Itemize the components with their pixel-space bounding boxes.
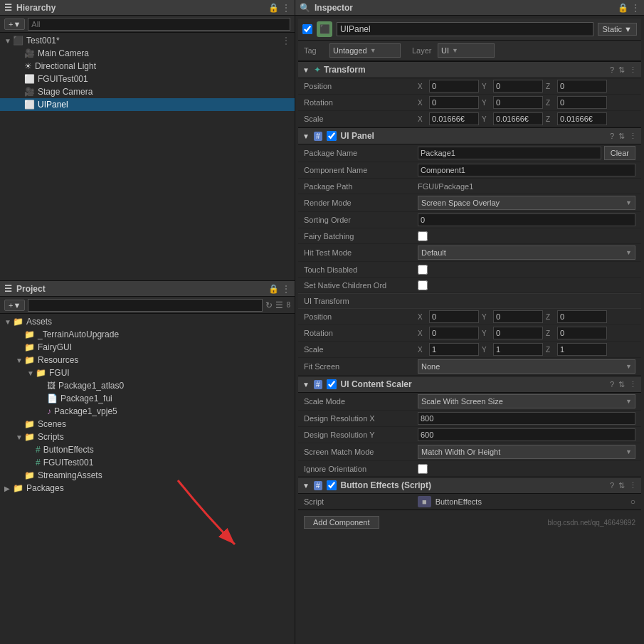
project-item-terrain[interactable]: 📁 _TerrainAutoUpgrade: [0, 328, 295, 341]
menu-icon[interactable]: ⋮: [629, 65, 637, 75]
touch-disabled-checkbox[interactable]: [418, 265, 428, 275]
sorting-order-input[interactable]: [418, 213, 635, 226]
component-name-input[interactable]: [418, 164, 635, 176]
menu-icon[interactable]: ⋮: [629, 380, 637, 389]
hierarchy-item-uipanel[interactable]: ⬜ UIPanel: [0, 98, 295, 111]
project-search-input[interactable]: [28, 299, 263, 312]
folder-icon: 📁: [36, 368, 46, 378]
scale-mode-row: Scale Mode Scale With Screen Size ▼: [298, 393, 641, 411]
z-label: Z: [546, 313, 554, 321]
ui-scale-y[interactable]: [493, 343, 543, 356]
design-res-x-input[interactable]: [418, 412, 635, 425]
hit-test-dropdown[interactable]: Default ▼: [418, 246, 635, 260]
menu-icon[interactable]: ⋮: [629, 481, 637, 490]
ui-scale-z[interactable]: [557, 343, 607, 356]
ui-position-x[interactable]: [429, 310, 479, 323]
project-item-resources[interactable]: ▼ 📁 Resources: [0, 354, 295, 366]
fit-screen-dropdown[interactable]: None ▼: [418, 359, 635, 374]
hierarchy-item-fguitest001[interactable]: ⬜ FGUITest001: [0, 73, 295, 85]
button-effects-section-header[interactable]: ▼ # Button Effects (Script) ? ⇅ ⋮: [298, 477, 641, 494]
dots-icon[interactable]: ⋮: [282, 36, 290, 46]
rotation-y-input[interactable]: [493, 96, 543, 109]
project-item-scenes[interactable]: 📁 Scenes: [0, 418, 295, 431]
filter-icon[interactable]: ☰: [275, 300, 283, 310]
dots-icon[interactable]: ⋮: [282, 3, 290, 13]
object-active-checkbox[interactable]: [302, 24, 312, 34]
circle-icon[interactable]: ○: [630, 497, 635, 507]
menu-icon[interactable]: ⋮: [629, 132, 637, 141]
project-item-scripts[interactable]: ▼ 📁 Scripts: [0, 431, 295, 443]
clear-button[interactable]: Clear: [604, 146, 635, 160]
ui-rotation-x[interactable]: [429, 327, 479, 339]
ui-rotation-y[interactable]: [493, 327, 543, 339]
static-button[interactable]: Static ▼: [598, 23, 637, 36]
content-scaler-section-header[interactable]: ▼ # UI Content Scaler ? ⇅ ⋮: [298, 376, 641, 393]
add-component-button[interactable]: Add Component: [304, 516, 379, 529]
project-item-fgui[interactable]: ▼ 📁 FGUI: [0, 366, 295, 379]
dots-icon[interactable]: ⋮: [282, 284, 290, 294]
lock-icon[interactable]: 🔒: [268, 284, 279, 294]
dots-icon[interactable]: ⋮: [631, 3, 640, 13]
transform-section-header[interactable]: ▼ ✦ Transform ? ⇅ ⋮: [298, 61, 641, 78]
project-item-fguitest-script[interactable]: # FGUITest001: [0, 456, 295, 469]
screen-match-dropdown[interactable]: Match Width Or Height ▼: [418, 445, 635, 459]
package-name-input[interactable]: [418, 147, 601, 159]
ui-rotation-z[interactable]: [557, 327, 607, 339]
hierarchy-item-directional-light[interactable]: ☀ Directional Light: [0, 60, 295, 73]
project-item-streaming[interactable]: 📁 StreamingAssets: [0, 469, 295, 482]
scale-mode-dropdown[interactable]: Scale With Screen Size ▼: [418, 394, 635, 408]
lock-icon[interactable]: 🔒: [268, 3, 279, 13]
help-icon[interactable]: ?: [610, 380, 614, 389]
tag-dropdown[interactable]: Untagged ▼: [329, 43, 401, 58]
project-item-atlas[interactable]: 🖼 Package1_atlas0: [0, 379, 295, 392]
ui-transform-subsection[interactable]: UI Transform: [298, 293, 641, 309]
position-x-input[interactable]: [429, 80, 479, 93]
layer-dropdown[interactable]: UI ▼: [438, 43, 495, 58]
project-item-assets[interactable]: ▼ 📁 Assets: [0, 315, 295, 328]
ui-position-z[interactable]: [557, 310, 607, 323]
scale-z-input[interactable]: [557, 112, 607, 125]
scale-x-input[interactable]: [429, 112, 479, 125]
scale-y-input[interactable]: [493, 112, 543, 125]
ui-scale-row: Scale X Y Z: [298, 342, 641, 358]
object-name-input[interactable]: [337, 22, 593, 36]
help-icon[interactable]: ?: [610, 481, 614, 490]
project-item-vpje5[interactable]: ♪ Package1_vpje5: [0, 405, 295, 418]
ui-scale-x[interactable]: [429, 343, 479, 356]
rotation-x-input[interactable]: [429, 96, 479, 109]
adjust-icon[interactable]: ⇅: [618, 132, 625, 141]
project-add-button[interactable]: +▼: [4, 300, 25, 311]
project-item-buttoneffects[interactable]: # ButtonEffects: [0, 443, 295, 456]
set-native-checkbox[interactable]: [418, 280, 428, 290]
adjust-icon[interactable]: ⇅: [618, 481, 625, 490]
lock-icon[interactable]: 🔒: [618, 3, 628, 13]
project-item-fairygui[interactable]: 📁 FairyGUI: [0, 341, 295, 354]
ignore-orient-checkbox[interactable]: [418, 464, 428, 474]
render-mode-dropdown[interactable]: Screen Space Overlay ▼: [418, 196, 635, 210]
position-y-input[interactable]: [493, 80, 543, 93]
project-header: ☰ Project 🔒 ⋮: [0, 281, 295, 297]
adjust-icon[interactable]: ⇅: [618, 65, 625, 75]
fairy-batching-checkbox[interactable]: [418, 231, 428, 241]
help-icon[interactable]: ?: [610, 65, 614, 75]
design-res-y-input[interactable]: [418, 428, 635, 441]
project-item-packages[interactable]: ▶ 📁 Packages: [0, 482, 295, 495]
component-icon: #: [314, 132, 322, 141]
scaler-checkbox[interactable]: [327, 379, 337, 389]
hierarchy-item-test001[interactable]: ▼ ⬛ Test001* ⋮: [0, 34, 295, 47]
ui-panel-section-header[interactable]: ▼ # UI Panel ? ⇅ ⋮: [298, 127, 641, 144]
rotation-z-input[interactable]: [557, 96, 607, 109]
adjust-icon[interactable]: ⇅: [618, 380, 625, 389]
position-z-input[interactable]: [557, 80, 607, 93]
ui-position-y[interactable]: [493, 310, 543, 323]
button-effects-checkbox[interactable]: [327, 480, 337, 490]
hierarchy-search-input[interactable]: [28, 18, 290, 31]
hierarchy-item-main-camera[interactable]: 🎥 Main Camera: [0, 47, 295, 60]
hierarchy-add-button[interactable]: +▼: [4, 19, 25, 30]
refresh-icon[interactable]: ↻: [265, 300, 273, 310]
hierarchy-item-stage-camera[interactable]: 🎥 Stage Camera: [0, 85, 295, 98]
project-item-fui[interactable]: 📄 Package1_fui: [0, 392, 295, 405]
uipanel-checkbox[interactable]: [327, 131, 337, 141]
section-arrow-icon: ▼: [302, 132, 311, 140]
help-icon[interactable]: ?: [610, 132, 614, 141]
